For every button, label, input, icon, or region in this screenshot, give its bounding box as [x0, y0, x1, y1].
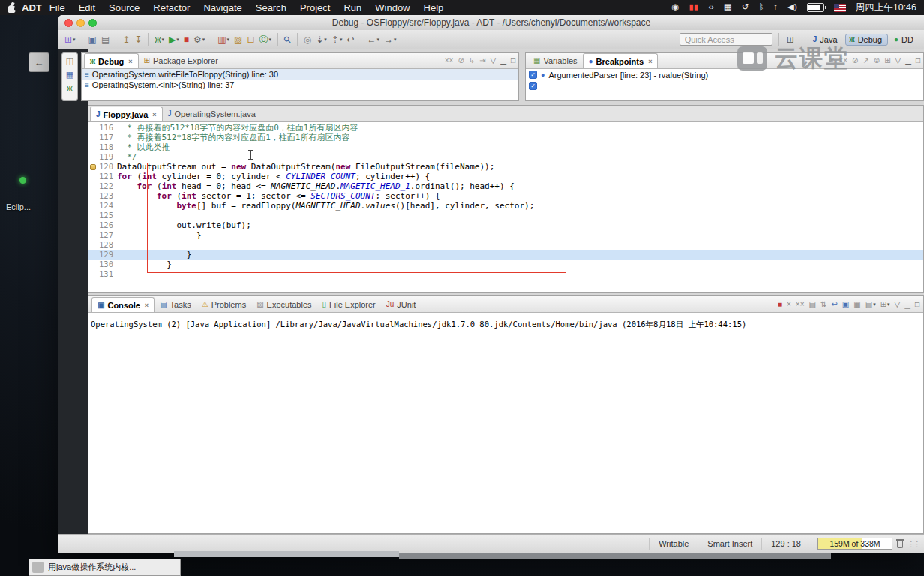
menu-item-refactor[interactable]: Refactor: [153, 2, 190, 14]
menu-item-run[interactable]: Run: [344, 2, 362, 14]
code-line[interactable]: 123 for (int sector = 1; sector <= SECTO…: [88, 191, 923, 201]
step-filters-button[interactable]: ⇥: [478, 56, 486, 66]
gutter[interactable]: 126: [88, 220, 117, 230]
gutter[interactable]: 116: [88, 123, 117, 133]
grid-view-button[interactable]: ▦: [66, 69, 74, 80]
new-class-button[interactable]: Ⓒ▾: [257, 32, 273, 47]
insert-mode-status[interactable]: Smart Insert: [698, 538, 761, 550]
gutter[interactable]: 130: [88, 260, 117, 269]
restore-views-button[interactable]: ◫: [66, 56, 74, 67]
gutter[interactable]: 125: [88, 211, 117, 220]
breakpoint-checkbox[interactable]: ✓: [529, 82, 537, 90]
code-line[interactable]: 116 * 再接着的512*18字节的内容对应盘面0，柱面1所有扇区内容: [88, 123, 923, 133]
code-line[interactable]: 125: [88, 211, 923, 220]
maximize-button[interactable]: □: [510, 56, 516, 66]
code-text[interactable]: }: [117, 250, 923, 260]
back-button[interactable]: ←▾: [366, 32, 382, 47]
editor-tab-operatingsystem-java[interactable]: JOperatingSystem.java: [163, 106, 261, 122]
pause-icon[interactable]: ▮▮: [689, 3, 699, 12]
gutter[interactable]: 121: [88, 172, 117, 182]
dropdown-arrow-icon[interactable]: ▾: [887, 302, 890, 308]
close-window-button[interactable]: [64, 19, 73, 27]
menu-clock[interactable]: 周四上午10:46: [856, 2, 916, 14]
run-garbage-collector-button[interactable]: [896, 539, 904, 548]
disconnect-button[interactable]: ⊘: [457, 56, 464, 66]
window-titlebar[interactable]: Debug - OSFloppy/src/Floppy.java - ADT -…: [58, 15, 924, 31]
console-tab-console[interactable]: ▣Console×: [92, 297, 154, 312]
save-button[interactable]: ▣: [87, 32, 98, 47]
gutter[interactable]: 124: [88, 201, 117, 211]
code-text[interactable]: }: [117, 260, 923, 269]
code-text[interactable]: out.write(buf);: [117, 220, 923, 230]
menu-item-file[interactable]: File: [50, 2, 65, 14]
export-button[interactable]: ↥: [121, 32, 131, 47]
dropdown-arrow-icon[interactable]: ▾: [73, 37, 76, 43]
search-button[interactable]: ⚲: [283, 32, 292, 47]
code-text[interactable]: * 再接着512*18字节的内容对应盘面1，柱面1所有扇区内容: [117, 133, 923, 142]
minimize-button[interactable]: ▁: [904, 56, 912, 66]
perspective-java[interactable]: JJava: [808, 34, 844, 46]
dropdown-arrow-icon[interactable]: ▾: [873, 302, 876, 308]
gutter[interactable]: 117: [88, 133, 117, 142]
show-breakpoints-supported-button[interactable]: ⊘: [851, 56, 859, 66]
console-output[interactable]: OperatingSystem (2) [Java Application] /…: [88, 313, 923, 533]
gutter[interactable]: 131: [88, 269, 117, 279]
last-edit-location-button[interactable]: ↩: [345, 32, 356, 47]
volume-icon[interactable]: ◀): [788, 3, 797, 12]
close-icon[interactable]: ×: [648, 58, 652, 65]
debug-view-tab-debug[interactable]: жDebug×: [84, 53, 139, 68]
go-to-file-button[interactable]: ↗: [862, 56, 869, 66]
breakpoint-item[interactable]: ✓●ArgumentedParser [line: 23] - rvalue(S…: [526, 69, 923, 80]
debug-button[interactable]: ж▾: [153, 32, 166, 47]
code-line[interactable]: 119 */: [88, 152, 923, 162]
print-button[interactable]: ▤: [100, 32, 111, 47]
debug-minimized-button[interactable]: ж: [67, 82, 72, 94]
terminate-console-button[interactable]: ■: [777, 299, 783, 310]
bluetooth-icon[interactable]: ᛒ: [758, 3, 764, 12]
code-line[interactable]: 122 for (int head = 0; head <= MAGNETIC_…: [88, 182, 923, 191]
code-area[interactable]: 116 * 再接着的512*18字节的内容对应盘面0，柱面1所有扇区内容117 …: [88, 122, 923, 292]
editor-tab-floppy-java[interactable]: JFloppy.java×: [90, 106, 163, 122]
breakpoints-view-tab-breakpoints[interactable]: ●Breakpoints×: [583, 53, 658, 68]
external-tools-button[interactable]: ⚙▾: [192, 32, 206, 47]
app-menu-title[interactable]: ADT: [22, 2, 42, 14]
battery-icon[interactable]: [807, 3, 824, 12]
dropdown-arrow-icon[interactable]: ▾: [377, 37, 380, 43]
gutter[interactable]: 123: [88, 191, 117, 201]
code-brackets-icon[interactable]: ‹›: [708, 3, 714, 12]
code-line[interactable]: 126 out.write(buf);: [88, 220, 923, 230]
code-line[interactable]: 121for (int cylinder = 0; cylinder < CYL…: [88, 172, 923, 182]
minimize-button[interactable]: ▁: [500, 56, 507, 66]
clear-console-button[interactable]: ▤: [808, 299, 817, 310]
display-selected-console-button[interactable]: ▤▾: [865, 299, 877, 310]
close-icon[interactable]: ×: [145, 302, 148, 309]
apple-menu-icon[interactable]: [8, 2, 17, 14]
time-machine-icon[interactable]: ↺: [742, 3, 749, 12]
menu-item-help[interactable]: Help: [424, 2, 444, 14]
remove-all-terminated-button[interactable]: ××: [444, 56, 454, 66]
scroll-lock-button[interactable]: ⇅: [820, 299, 827, 310]
menu-item-window[interactable]: Window: [375, 2, 410, 14]
import-button[interactable]: ↧: [133, 32, 143, 47]
gutter[interactable]: 128: [88, 240, 117, 250]
breakpoint-checkbox[interactable]: ✓: [529, 70, 537, 79]
code-line[interactable]: 130 }: [88, 260, 923, 269]
breakpoints-view-tab-variables[interactable]: ▦Variables: [528, 53, 583, 68]
chat-note-window[interactable]: 用java做操作系统内核...: [28, 559, 181, 576]
close-icon[interactable]: ×: [128, 58, 132, 65]
expand-all-button[interactable]: ⊞: [884, 56, 891, 66]
code-line[interactable]: 120DataOutputStream out = new DataOutput…: [88, 162, 923, 172]
code-line[interactable]: 128: [88, 240, 923, 250]
gutter[interactable]: 120: [88, 162, 117, 172]
maximize-button[interactable]: □: [915, 56, 921, 66]
stack-frame[interactable]: ≡OperatingSystem.writeFileToFloppy(Strin…: [82, 69, 518, 80]
dropdown-arrow-icon[interactable]: ▾: [394, 37, 397, 43]
remove-breakpoint-button[interactable]: ×: [829, 56, 835, 66]
console-tab-file-explorer[interactable]: ▯File Explorer: [317, 297, 381, 312]
zoom-window-button[interactable]: [88, 19, 97, 27]
console-tab-tasks[interactable]: ▤Tasks: [154, 297, 196, 312]
debug-view-tab-package-explorer[interactable]: ⊞Package Explorer: [139, 53, 224, 68]
remove-all-launches-button[interactable]: ××: [795, 299, 806, 310]
code-text[interactable]: * 再接着的512*18字节的内容对应盘面0，柱面1所有扇区内容: [117, 123, 923, 133]
console-tab-problems[interactable]: ⚠Problems: [196, 297, 251, 312]
